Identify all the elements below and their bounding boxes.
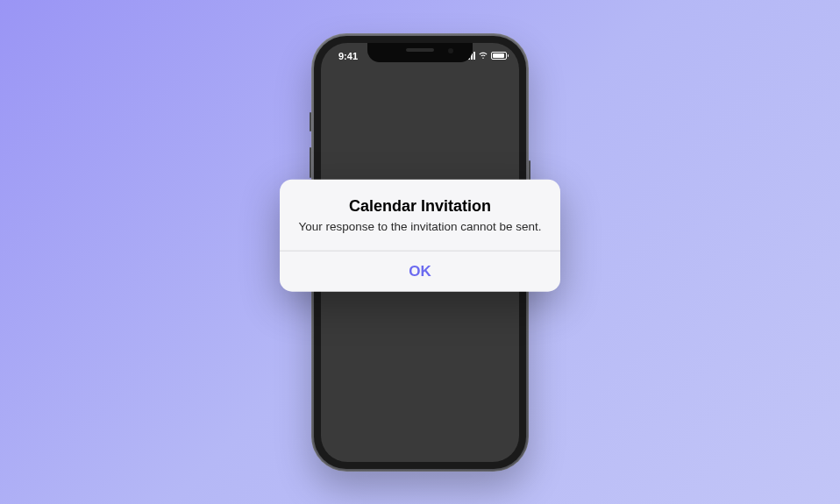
alert-message: Your response to the invitation cannot b… — [295, 218, 545, 234]
speaker — [406, 48, 434, 52]
alert-dialog: Calendar Invitation Your response to the… — [280, 179, 560, 291]
ok-button[interactable]: OK — [280, 251, 560, 291]
alert-title: Calendar Invitation — [295, 196, 545, 215]
front-camera — [448, 48, 453, 53]
status-time: 9:41 — [333, 51, 358, 61]
phone-notch — [367, 43, 473, 62]
wifi-icon — [478, 52, 488, 60]
battery-icon — [491, 52, 507, 60]
alert-content: Calendar Invitation Your response to the… — [280, 179, 560, 250]
